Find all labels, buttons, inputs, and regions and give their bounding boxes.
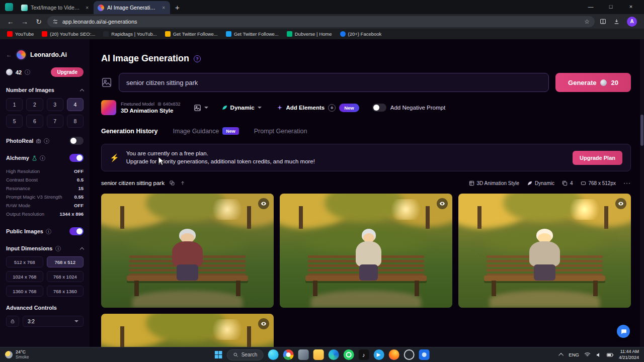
generated-image-4[interactable] <box>101 314 274 347</box>
scrollbar-thumb[interactable] <box>640 115 643 146</box>
tray-expand-icon[interactable] <box>558 353 564 358</box>
model-selector[interactable]: Finetuned Model 640x832 3D Animation Sty… <box>121 102 181 114</box>
collapse-sidebar-icon[interactable]: ← <box>6 51 12 58</box>
generate-button[interactable]: Generate 20 <box>555 73 631 92</box>
token-info-icon[interactable]: i <box>25 69 30 75</box>
dim-768x512[interactable]: 768 x 512 <box>47 256 84 267</box>
more-options-icon[interactable]: ··· <box>623 179 631 187</box>
photoreal-toggle[interactable] <box>69 137 84 145</box>
minimize-button[interactable]: — <box>581 0 601 13</box>
dimensions-info-icon[interactable]: i <box>55 246 61 251</box>
app-icon-whatsapp[interactable] <box>343 349 354 360</box>
style-dropdown[interactable]: Dynamic <box>221 105 262 111</box>
refresh-button[interactable]: ↻ <box>33 18 44 26</box>
app-icon-folder[interactable] <box>313 349 324 360</box>
negative-prompt-toggle[interactable] <box>372 104 386 112</box>
preview-eye-icon[interactable] <box>258 318 269 329</box>
plus-icon[interactable]: + <box>328 104 336 112</box>
app-icon-chrome[interactable] <box>283 349 293 360</box>
app-icon-firefox[interactable] <box>388 349 399 360</box>
advanced-controls-label[interactable]: Advanced Controls <box>0 305 90 311</box>
copy-prompt-icon[interactable] <box>169 180 175 186</box>
reuse-prompt-icon[interactable] <box>180 180 186 186</box>
new-tab-button[interactable]: + <box>175 3 180 12</box>
upgrade-button[interactable]: Upgrade <box>51 67 84 77</box>
num-images-3[interactable]: 3 <box>47 98 63 111</box>
wifi-icon[interactable] <box>584 352 591 357</box>
bookmark-star-icon[interactable]: ☆ <box>584 18 590 25</box>
back-button[interactable]: ← <box>5 18 16 26</box>
model-thumbnail[interactable] <box>101 100 116 115</box>
add-elements-button[interactable]: Add Elements + New <box>277 104 359 112</box>
chat-support-button[interactable] <box>617 325 630 338</box>
dim-768x1024[interactable]: 768 x 1024 <box>47 271 84 282</box>
split-screen-icon[interactable] <box>598 18 608 25</box>
help-icon[interactable]: ? <box>194 55 201 62</box>
app-icon-camera[interactable] <box>419 349 429 360</box>
preview-eye-icon[interactable] <box>258 198 269 209</box>
bookmark-item[interactable]: Get Twitter Followe... <box>165 31 218 37</box>
upgrade-plan-button[interactable]: Upgrade Plan <box>573 151 622 165</box>
num-images-1[interactable]: 1 <box>6 98 23 111</box>
page-scrollbar[interactable] <box>640 39 644 347</box>
generated-image-2[interactable] <box>280 194 452 308</box>
tab-runway[interactable]: Text/Image to Video - Runway × <box>17 1 94 14</box>
weather-widget[interactable]: 24°C Smoke <box>5 350 29 359</box>
bookmark-item[interactable]: YouTube <box>7 31 34 37</box>
address-bar[interactable]: app.leonardo.ai/ai-generations ☆ <box>47 16 595 27</box>
tab-generation-history[interactable]: Generation History <box>101 128 158 135</box>
chevron-up-icon[interactable] <box>80 247 84 251</box>
prompt-input[interactable] <box>119 73 549 92</box>
dim-512x768[interactable]: 512 x 768 <box>6 256 43 267</box>
maximize-button[interactable]: □ <box>601 0 621 13</box>
tab-close-icon[interactable]: × <box>85 5 90 11</box>
tab-leonardo[interactable]: AI Image Generation - Leona... × <box>94 1 170 14</box>
preview-eye-icon[interactable] <box>437 198 448 209</box>
app-icon-twitter[interactable] <box>268 349 278 360</box>
profile-avatar[interactable]: A <box>627 17 637 27</box>
chevron-up-icon[interactable] <box>80 88 84 93</box>
downloads-icon[interactable] <box>611 18 622 25</box>
num-images-6[interactable]: 6 <box>26 115 43 128</box>
dim-768x1360[interactable]: 768 x 1360 <box>47 286 84 297</box>
tab-prompt-generation[interactable]: Prompt Generation <box>254 128 307 135</box>
battery-icon[interactable] <box>607 352 614 357</box>
start-button[interactable] <box>215 351 222 358</box>
aspect-lock-button[interactable] <box>6 316 19 327</box>
bookmark-item[interactable]: Rapidtags | YouTub... <box>103 31 156 37</box>
num-images-5[interactable]: 5 <box>6 115 23 128</box>
clock[interactable]: 11:44 AM 4/21/2024 <box>619 349 639 360</box>
public-images-toggle[interactable] <box>69 227 84 235</box>
num-images-4[interactable]: 4 <box>67 98 84 111</box>
app-icon-files[interactable] <box>298 349 308 360</box>
bookmark-item[interactable]: Get Twitter Followe... <box>226 31 279 37</box>
tab-close-icon[interactable]: × <box>161 5 166 11</box>
bookmark-item[interactable]: Dubverse | Home <box>287 31 332 37</box>
num-images-8[interactable]: 8 <box>67 115 84 128</box>
volume-icon[interactable] <box>596 352 602 358</box>
generated-image-3[interactable] <box>458 194 631 308</box>
tab-image-guidance[interactable]: Image Guidance New <box>173 127 239 135</box>
forward-button[interactable]: → <box>19 18 30 26</box>
bookmark-item[interactable]: (20) YouTube SEO:... <box>42 31 95 37</box>
num-images-7[interactable]: 7 <box>47 115 63 128</box>
public-images-info-icon[interactable]: i <box>46 229 51 234</box>
num-images-2[interactable]: 2 <box>26 98 43 111</box>
close-window-button[interactable]: × <box>621 0 641 13</box>
alchemy-info-icon[interactable]: i <box>40 155 45 161</box>
browser-logo-icon[interactable] <box>5 3 13 11</box>
dim-1360x768[interactable]: 1360 x 768 <box>6 286 43 297</box>
generated-image-1[interactable] <box>101 194 274 308</box>
preview-eye-icon[interactable] <box>615 198 626 209</box>
site-settings-icon[interactable] <box>52 19 58 25</box>
dim-1024x768[interactable]: 1024 x 768 <box>6 271 43 282</box>
photoreal-info-icon[interactable]: i <box>44 138 49 144</box>
app-icon-tiktok[interactable]: ♪ <box>358 349 369 360</box>
app-icon-edge[interactable] <box>328 349 339 360</box>
preset-image-dropdown[interactable] <box>194 104 208 112</box>
app-icon-telegram[interactable] <box>373 349 384 360</box>
aspect-ratio-dropdown[interactable]: 3:2 <box>23 316 84 327</box>
taskbar-search[interactable]: Search <box>227 349 264 360</box>
alchemy-toggle[interactable] <box>69 154 84 162</box>
language-indicator[interactable]: ENG <box>569 352 579 357</box>
